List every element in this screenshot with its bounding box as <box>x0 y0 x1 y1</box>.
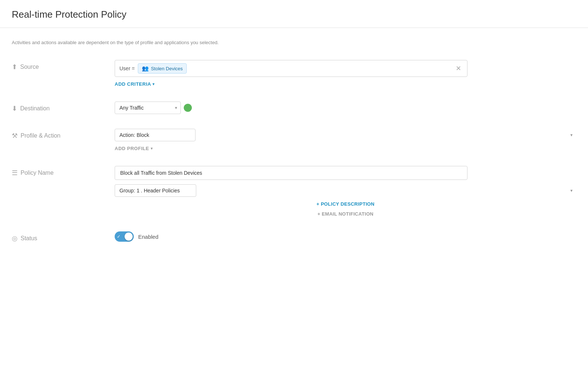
user-label: User = <box>119 65 135 71</box>
add-profile-chevron-icon: ▾ <box>151 146 153 150</box>
source-icon: ⬆ <box>12 63 17 71</box>
source-label: ⬆ Source <box>12 60 115 71</box>
toggle-check-icon: ✓ <box>117 234 121 239</box>
destination-dropdown-wrapper: Any Traffic Specific Traffic <box>115 102 576 114</box>
status-icon: ◎ <box>12 234 18 242</box>
email-notification-label: + EMAIL NOTIFICATION <box>318 211 374 217</box>
policy-name-section: ☰ Policy Name Group: 1 . Header Policies… <box>12 166 576 217</box>
policy-name-icon: ☰ <box>12 169 18 177</box>
page-title: Real-time Protection Policy <box>12 9 576 20</box>
action-select[interactable]: Action: Block Action: Allow Action: Moni… <box>115 129 196 141</box>
add-criteria-label: ADD CRITERIA <box>115 81 151 87</box>
add-profile-button[interactable]: ADD PROFILE ▾ <box>115 146 576 151</box>
profile-action-label-text: Profile & Action <box>21 132 61 139</box>
page-content: Activities and actions available are dep… <box>0 28 588 269</box>
profile-action-label: ⚒ Profile & Action <box>12 129 115 140</box>
page-header: Real-time Protection Policy <box>0 0 588 28</box>
destination-icon: ⬇ <box>12 104 17 113</box>
profile-action-section: ⚒ Profile & Action Action: Block Action:… <box>12 129 576 151</box>
toggle-track: ✓ <box>115 231 134 242</box>
subtitle: Activities and actions available are dep… <box>12 40 576 45</box>
add-profile-label: ADD PROFILE <box>115 146 149 151</box>
action-select-wrapper: Action: Block Action: Allow Action: Moni… <box>115 129 576 141</box>
traffic-select-wrapper: Any Traffic Specific Traffic <box>115 102 181 114</box>
status-content: ✓ Enabled <box>115 231 576 242</box>
users-icon: 👥 <box>142 65 149 72</box>
remove-tag-button[interactable]: ✕ <box>454 65 463 72</box>
status-row: ✓ Enabled <box>115 231 576 242</box>
destination-content: Any Traffic Specific Traffic <box>115 102 576 114</box>
toggle-thumb <box>125 233 133 241</box>
source-content: User = 👥 Stolen Devices ✕ ADD CRITERIA ▾ <box>115 60 576 87</box>
destination-section: ⬇ Destination Any Traffic Specific Traff… <box>12 102 576 114</box>
email-notification-button[interactable]: + EMAIL NOTIFICATION <box>115 211 576 217</box>
status-section: ◎ Status ✓ Enabled <box>12 231 576 242</box>
status-label-text: Status <box>21 235 37 242</box>
source-label-text: Source <box>20 64 39 70</box>
policy-name-label-text: Policy Name <box>21 170 54 176</box>
status-enabled-label: Enabled <box>138 234 158 240</box>
page-container: Real-time Protection Policy Activities a… <box>0 0 588 369</box>
source-section: ⬆ Source User = 👥 Stolen Devices ✕ ADD C… <box>12 60 576 87</box>
source-inner: User = 👥 Stolen Devices <box>119 63 187 74</box>
status-toggle[interactable]: ✓ <box>115 231 134 242</box>
policy-name-content: Group: 1 . Header Policies Group: 2 . St… <box>115 166 576 217</box>
add-criteria-button[interactable]: ADD CRITERIA ▾ <box>115 81 576 87</box>
add-criteria-chevron-icon: ▾ <box>153 82 155 86</box>
profile-action-icon: ⚒ <box>12 132 18 140</box>
traffic-select[interactable]: Any Traffic Specific Traffic <box>115 102 181 114</box>
destination-label: ⬇ Destination <box>12 102 115 113</box>
policy-name-label: ☰ Policy Name <box>12 166 115 177</box>
profile-action-content: Action: Block Action: Allow Action: Moni… <box>115 129 576 151</box>
destination-label-text: Destination <box>20 105 50 112</box>
policy-description-label: + POLICY DESCRIPTION <box>316 201 374 207</box>
group-select-wrapper: Group: 1 . Header Policies Group: 2 . St… <box>115 184 576 197</box>
group-select[interactable]: Group: 1 . Header Policies Group: 2 . St… <box>115 184 196 197</box>
policy-name-input[interactable] <box>115 166 467 180</box>
source-box: User = 👥 Stolen Devices ✕ <box>115 60 467 77</box>
tag-text: Stolen Devices <box>151 66 183 71</box>
traffic-status-dot <box>184 104 192 112</box>
policy-description-button[interactable]: + POLICY DESCRIPTION <box>115 201 576 207</box>
status-label: ◎ Status <box>12 231 115 242</box>
stolen-devices-tag[interactable]: 👥 Stolen Devices <box>138 63 187 74</box>
